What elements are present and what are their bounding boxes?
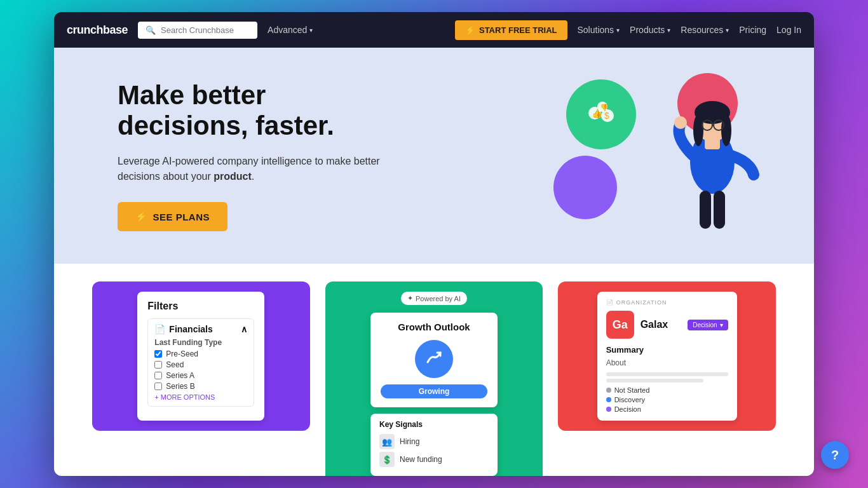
svg-text:🔍: 🔍	[573, 177, 597, 200]
about-label: About	[606, 358, 728, 367]
help-icon: ?	[831, 448, 839, 463]
nav-advanced[interactable]: Advanced ▾	[268, 25, 313, 35]
decision-dot	[606, 407, 611, 412]
preseed-label: Pre-Seed	[166, 349, 198, 358]
nav-resources[interactable]: Resources ▾	[681, 25, 729, 35]
growth-icon	[415, 340, 453, 378]
summary-line-2	[606, 379, 704, 383]
growing-label: Growing	[381, 384, 487, 398]
dropdown-chevron-icon: ▾	[720, 322, 723, 329]
nav-pricing[interactable]: Pricing	[739, 25, 766, 35]
status-list: Not Started Discovery Decision	[606, 386, 728, 413]
svg-point-16	[674, 116, 687, 129]
discovery-label: Discovery	[614, 396, 645, 403]
hiring-signal: 👥 Hiring	[379, 434, 489, 449]
filter-widget: Filters 📄 Financials ∧ Last Funding Type…	[137, 292, 264, 421]
svg-point-11	[693, 114, 703, 146]
logo[interactable]: crunchbase	[67, 24, 128, 37]
filter-seed[interactable]: Seed	[154, 360, 247, 369]
status-discovery: Discovery	[606, 396, 728, 403]
summary-label: Summary	[606, 345, 728, 355]
funding-icon: 💲	[379, 452, 395, 467]
search-input[interactable]	[161, 25, 250, 35]
hiring-label: Hiring	[400, 437, 419, 446]
more-options-link[interactable]: + MORE OPTIONS	[154, 393, 247, 401]
new-funding-label: New funding	[400, 455, 442, 464]
svg-rect-17	[700, 191, 711, 229]
funding-type-label: Last Funding Type	[154, 338, 247, 347]
hero-title: Make better decisions, faster.	[118, 80, 423, 142]
filter-series-a[interactable]: Series A	[154, 371, 247, 380]
financials-icon: 📄	[154, 324, 165, 334]
series-b-label: Series B	[166, 382, 194, 391]
nav-solutions[interactable]: Solutions ▾	[578, 25, 620, 35]
seed-checkbox[interactable]	[154, 361, 162, 369]
filter-series-b[interactable]: Series B	[154, 382, 247, 391]
see-plans-button[interactable]: ⚡ SEE PLANS	[118, 202, 227, 231]
funding-signal: 💲 New funding	[379, 452, 489, 467]
svg-text:👎: 👎	[600, 103, 609, 112]
main-content: Make better decisions, faster. Leverage …	[54, 48, 814, 476]
svg-rect-18	[714, 191, 725, 229]
org-avatar: Ga	[606, 311, 634, 339]
org-name: Galax	[641, 319, 682, 330]
decision-status-label: Decision	[614, 405, 641, 413]
bubble-purple: 🔍	[553, 156, 617, 219]
hero-illustration: 👍 $ 👎 🔭 🔍	[547, 67, 763, 245]
solutions-chevron-icon: ▾	[616, 27, 620, 34]
hiring-icon: 👥	[379, 434, 395, 449]
navbar: crunchbase 🔍 Advanced ▾ ⚡ START FREE TRI…	[54, 12, 814, 48]
key-signals-widget: Key Signals 👥 Hiring 💲 New funding	[370, 414, 498, 476]
org-label: 📄 ORGANIZATION	[606, 299, 728, 306]
org-info: Galax	[641, 319, 682, 330]
not-started-dot	[606, 388, 611, 393]
growth-card: ✦ Powered by AI Growth Outlook Growing K…	[325, 281, 543, 476]
growth-title: Growth Outlook	[381, 322, 487, 332]
key-signals-title: Key Signals	[379, 420, 489, 429]
products-chevron-icon: ▾	[667, 27, 670, 34]
status-decision: Decision	[606, 405, 728, 413]
decision-dropdown[interactable]: Decision ▾	[688, 320, 728, 330]
summary-lines	[606, 372, 728, 383]
financials-filter-group[interactable]: 📄 Financials ∧ Last Funding Type Pre-See…	[147, 318, 254, 407]
products-label: Products	[630, 25, 665, 35]
filter-preseed[interactable]: Pre-Seed	[154, 349, 247, 358]
hero-text: Make better decisions, faster. Leverage …	[118, 80, 423, 232]
org-card: 📄 ORGANIZATION Ga Galax Decision ▾ Sum	[558, 281, 776, 431]
svg-rect-19	[705, 137, 720, 149]
search-icon: 🔍	[146, 25, 156, 35]
nav-products[interactable]: Products ▾	[630, 25, 670, 35]
status-not-started: Not Started	[606, 386, 728, 394]
cards-section: Filters 📄 Financials ∧ Last Funding Type…	[54, 264, 814, 476]
nav-login[interactable]: Log In	[776, 25, 801, 35]
preseed-checkbox[interactable]	[154, 350, 162, 358]
see-plans-bolt-icon: ⚡	[135, 211, 148, 222]
see-plans-label: SEE PLANS	[153, 212, 210, 222]
hero-subtitle: Leverage AI-powered company intelligence…	[118, 154, 423, 184]
discovery-dot	[606, 397, 611, 402]
ai-icon: ✦	[407, 294, 413, 302]
solutions-label: Solutions	[578, 25, 614, 35]
trial-bolt-icon: ⚡	[465, 25, 475, 35]
series-a-checkbox[interactable]	[154, 372, 162, 379]
hero-section: Make better decisions, faster. Leverage …	[54, 48, 814, 264]
resources-chevron-icon: ▾	[726, 27, 729, 34]
seed-label: Seed	[166, 360, 184, 369]
org-header: Ga Galax Decision ▾	[606, 311, 728, 339]
svg-text:$: $	[604, 111, 609, 121]
financials-label: Financials	[169, 324, 241, 334]
resources-label: Resources	[681, 25, 723, 35]
summary-line-1	[606, 372, 728, 376]
search-bar[interactable]: 🔍	[138, 22, 257, 39]
svg-point-12	[721, 114, 731, 146]
ai-badge: ✦ Powered by AI	[401, 292, 467, 305]
help-button[interactable]: ?	[821, 441, 849, 469]
not-started-label: Not Started	[614, 386, 650, 394]
filter-group-header: 📄 Financials ∧	[154, 324, 247, 334]
collapse-icon: ∧	[241, 324, 247, 334]
advanced-chevron-icon: ▾	[309, 27, 313, 34]
series-a-label: Series A	[166, 371, 194, 380]
start-trial-button[interactable]: ⚡ START FREE TRIAL	[455, 20, 567, 40]
bubble-green: 👍 $ 👎	[566, 79, 636, 149]
series-b-checkbox[interactable]	[154, 383, 162, 390]
